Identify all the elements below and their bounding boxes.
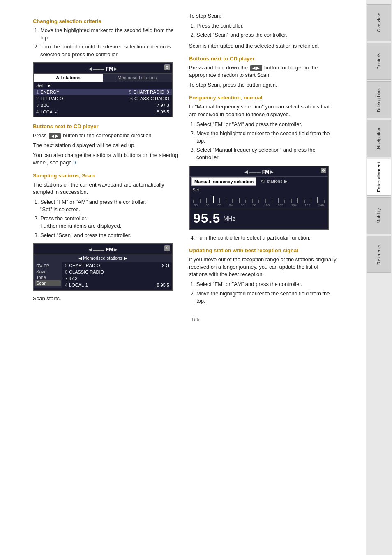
screen-row-4: 4LOCAL-1 8 95.5 — [34, 108, 172, 115]
freq-bar-area: 889092949698100102104106108 — [190, 193, 328, 209]
freq-manual-steps: Select "FM" or "AM" and press the contro… — [189, 121, 337, 161]
page-ref-9[interactable]: 9 — [73, 159, 76, 166]
step-item: Move the highlighted marker to the secon… — [40, 27, 181, 41]
freq-value: 95.5 — [193, 211, 220, 226]
screen3-header: ◀ ▬▬▬ FM ▶ ⚙ — [190, 168, 328, 177]
stop-scan-steps: Press the controller. Select "Scan" and … — [189, 22, 337, 39]
screen2-row-4: 4LOCAL-18 95.5 — [62, 282, 172, 288]
sidebar-tab-entertainment[interactable]: Entertainment — [367, 159, 391, 196]
arrow-right-icon: ▶ — [114, 66, 117, 71]
freq-value-area: 95.5 MHz — [190, 209, 328, 228]
manual-freq-tab[interactable]: Manual frequency selection — [191, 177, 256, 186]
buttons-cd-left-text: Press ◀ ▶ button for the corresponding d… — [33, 132, 181, 139]
all-stations-tab[interactable]: All stations — [34, 74, 103, 82]
buttons-cd-text3: You can also change the stations with bu… — [33, 152, 181, 166]
arrow-left-icon: ◀ — [88, 66, 92, 71]
step-item: Select "FM" or "AM" and press the contro… — [40, 198, 181, 213]
step-item: Press the controller. — [196, 22, 337, 30]
screen-row-3: 3BBC 7 97.3 — [34, 102, 172, 108]
buttons-cd-right-text: Press and hold down the ◀ ▶ button for l… — [189, 64, 337, 79]
step-item: Move the highlighted marker to the secon… — [196, 290, 337, 305]
menu-item-tone[interactable]: Tone — [35, 274, 61, 280]
stop-scan-note: Scan is interrupted and the selected sta… — [189, 42, 337, 50]
all-stations-tab2[interactable]: All stations ▶ — [258, 177, 289, 185]
step-item: Press the controller.Further menu items … — [40, 215, 181, 230]
sampling-steps: Select "FM" or "AM" and press the contro… — [33, 198, 181, 239]
freq-unit: MHz — [224, 215, 235, 222]
arrow-right-icon2: ▶ — [114, 247, 117, 252]
fm-label3: FM — [262, 169, 269, 175]
corner-icon2: ⚙ — [164, 245, 170, 251]
sidebar-tab-mobility[interactable]: Mobility — [367, 197, 391, 234]
buttons-cd-right-title: Buttons next to CD player — [189, 55, 337, 62]
step-item: Turn the controller to select a particul… — [196, 234, 337, 242]
screen-freq-manual: ◀ ▬▬▬ FM ▶ ⚙ Manual frequency selection … — [189, 166, 329, 230]
sidebar-tab-overview[interactable]: Overview — [367, 4, 391, 41]
updating-steps: Select "FM" or "AM" and press the contro… — [189, 281, 337, 305]
corner-icon3: ⚙ — [321, 168, 326, 173]
menu-item-scan[interactable]: Scan — [35, 280, 61, 286]
menu-item-save[interactable]: Save — [35, 269, 61, 274]
sidebar-tab-driving[interactable]: Driving hints — [367, 81, 391, 118]
sampling-intro: The stations on the current waveband are… — [33, 181, 181, 196]
fm-label: FM — [106, 66, 113, 72]
left-column: Changing selection criteria Move the hig… — [33, 12, 181, 308]
sidebar-tab-navigation[interactable]: Navigation — [367, 120, 391, 157]
screen2-header: ◀ ▬▬▬ FM ▶ ⚙ — [34, 246, 172, 254]
step-item: Select "FM" or "AM" and press the contro… — [196, 281, 337, 288]
cd-button-icon-right: ◀ ▶ — [250, 65, 262, 71]
screen-set-label: Set — [34, 82, 172, 89]
screen-row-2: 2HIT RADIO 6CLASSIC RADIO — [34, 95, 172, 102]
buttons-cd-left-title: Buttons next to CD player — [33, 123, 181, 129]
freq-manual-intro: In "Manual frequency selection" you can … — [189, 103, 337, 118]
step-item: Select "Scan" and press the controller. — [40, 232, 181, 239]
memorised-stations-tab[interactable]: Memorised stations — [103, 74, 172, 82]
step-item: Select "Scan" and press the controller. — [196, 31, 337, 39]
screen2-body: RV TP Save Tone Scan 5CHART RADIO9 G 6CL… — [34, 262, 172, 288]
freq-step4: Turn the controller to select a particul… — [189, 234, 337, 242]
fm-label2: FM — [106, 247, 113, 253]
updating-intro: If you move out of the reception range o… — [189, 256, 337, 279]
page-number: 165 — [33, 316, 357, 322]
right-column: To stop Scan: Press the controller. Sele… — [189, 12, 337, 308]
screen-header: ◀ ▬▬▬ FM ▶ ⚙ — [34, 65, 172, 74]
step-item: Turn the controller until the desired se… — [40, 43, 181, 58]
buttons-cd-text2: The next station displayed will be calle… — [33, 142, 181, 149]
sidebar-tab-reference[interactable]: Reference — [367, 236, 391, 273]
scan-starts: Scan starts. — [33, 295, 181, 302]
freq-manual-title: Frequency selection, manual — [189, 94, 337, 101]
changing-selection-title: Changing selection criteria — [33, 18, 181, 24]
left-menu: RV TP Save Tone Scan — [34, 262, 62, 288]
screen-tabs: All stations Memorised stations — [34, 74, 172, 82]
two-col-layout: Changing selection criteria Move the hig… — [33, 12, 357, 308]
screen-scan-menu: ◀ ▬▬▬ FM ▶ ⚙ ◀ Memorised stations ▶ RV T… — [33, 243, 173, 291]
screen-row-1: 1ENERGY 5CHART RADIO 9 — [34, 89, 172, 95]
menu-item-rvtp[interactable]: RV TP — [35, 263, 61, 269]
arrow-left-icon2: ◀ — [88, 247, 92, 252]
changing-selection-steps: Move the highlighted marker to the secon… — [33, 27, 181, 58]
screen-fm-stations: ◀ ▬▬▬ FM ▶ ⚙ All stations Memorised stat… — [33, 62, 173, 117]
step-item: Move the highlighted marker to the secon… — [196, 130, 337, 145]
cd-button-icon: ◀ ▶ — [49, 133, 61, 139]
freq-bars — [193, 195, 325, 203]
step-item: Select "Manual frequency selection" and … — [196, 146, 337, 161]
sidebar: Overview Controls Driving hints Navigati… — [366, 0, 392, 555]
buttons-cd-right-text2: To stop Scan, press the button again. — [189, 81, 337, 89]
updating-station-title: Updating station with best reception sig… — [189, 247, 337, 253]
sidebar-tab-controls[interactable]: Controls — [367, 43, 391, 80]
screen2-row-2: 6CLASSIC RADIO — [62, 269, 172, 275]
corner-icon: ⚙ — [164, 64, 170, 70]
step-item: Select "FM" or "AM" and press the contro… — [196, 121, 337, 128]
screen3-set: Set — [190, 187, 328, 193]
mem-stations-bar: ◀ Memorised stations ▶ — [34, 254, 172, 262]
stop-scan-label: To stop Scan: — [189, 12, 337, 20]
sampling-scan-title: Sampling stations, Scan — [33, 173, 181, 179]
freq-nums: 889092949698100102104106108 — [193, 203, 325, 207]
screen2-row-3: 7 97.3 — [62, 275, 172, 282]
screen2-row-1: 5CHART RADIO9 G — [62, 262, 172, 269]
screen2-main: 5CHART RADIO9 G 6CLASSIC RADIO 7 97.3 4L… — [62, 262, 172, 288]
screen3-tabs: Manual frequency selection All stations … — [190, 177, 328, 187]
main-content: Changing selection criteria Move the hig… — [0, 0, 366, 555]
